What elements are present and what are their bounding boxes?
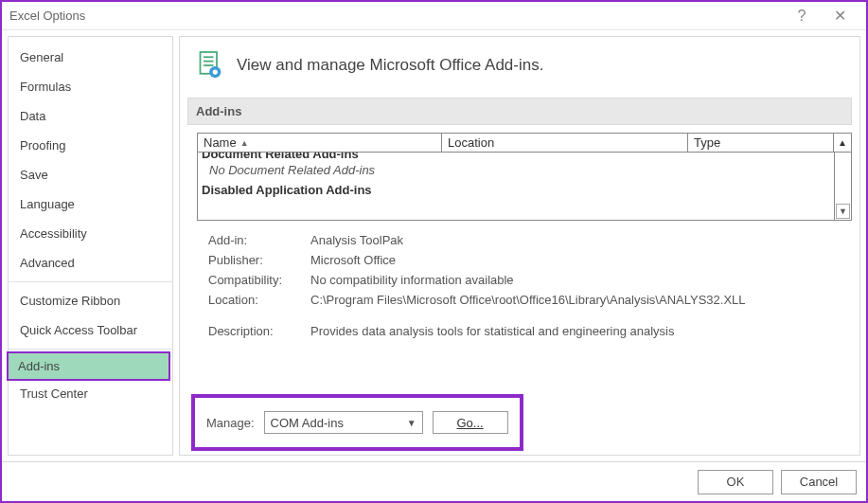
svg-point-5 bbox=[213, 69, 218, 74]
detail-value-compatibility: No compatibility information available bbox=[310, 273, 842, 287]
cancel-button[interactable]: Cancel bbox=[781, 470, 857, 494]
go-button[interactable]: Go... bbox=[433, 411, 508, 434]
detail-label: Description: bbox=[208, 324, 310, 338]
window-title: Excel Options bbox=[9, 9, 783, 23]
column-header-label: Location bbox=[448, 135, 494, 150]
detail-row-compatibility: Compatibility: No compatibility informat… bbox=[208, 270, 842, 290]
scroll-down-button[interactable]: ▼ bbox=[836, 204, 850, 219]
category-sidebar: General Formulas Data Proofing Save Lang… bbox=[8, 36, 173, 456]
go-button-label: Go... bbox=[457, 416, 484, 430]
detail-row-description: Description: Provides data analysis tool… bbox=[208, 321, 842, 341]
scroll-up-button[interactable]: ▲ bbox=[834, 134, 851, 152]
dialog-footer: OK Cancel bbox=[2, 461, 866, 501]
detail-value-location: C:\Program Files\Microsoft Office\root\O… bbox=[310, 293, 842, 307]
sidebar-item-formulas[interactable]: Formulas bbox=[9, 72, 172, 101]
column-header-location[interactable]: Location bbox=[442, 134, 688, 152]
detail-value-addin: Analysis ToolPak bbox=[310, 233, 842, 247]
detail-label: Compatibility: bbox=[208, 273, 310, 287]
addins-list[interactable]: Document Related Add-ins No Document Rel… bbox=[197, 153, 852, 221]
dialog-body: General Formulas Data Proofing Save Lang… bbox=[2, 30, 866, 461]
addins-page-icon bbox=[197, 50, 223, 81]
sidebar-item-trust-center[interactable]: Trust Center bbox=[9, 379, 172, 408]
detail-row-location: Location: C:\Program Files\Microsoft Off… bbox=[208, 290, 842, 310]
sidebar-item-label: Quick Access Toolbar bbox=[20, 323, 137, 337]
detail-label: Add-in: bbox=[208, 233, 310, 247]
sidebar-item-label: Advanced bbox=[20, 256, 75, 270]
page-header: View and manage Microsoft Office Add-ins… bbox=[180, 37, 859, 98]
sidebar-item-label: Data bbox=[20, 109, 45, 123]
scrollbar-thumb[interactable] bbox=[835, 153, 851, 203]
sidebar-item-data[interactable]: Data bbox=[9, 101, 172, 131]
detail-label: Location: bbox=[208, 293, 310, 307]
sidebar-item-label: General bbox=[20, 50, 63, 64]
vertical-scrollbar[interactable]: ▼ bbox=[834, 153, 851, 220]
sidebar-divider bbox=[9, 281, 172, 282]
manage-label: Manage: bbox=[206, 416, 255, 430]
column-header-name[interactable]: Name ▲ bbox=[198, 134, 442, 152]
sidebar-item-add-ins[interactable]: Add-ins bbox=[7, 351, 170, 381]
list-group-document-related: Document Related Add-ins bbox=[200, 153, 834, 161]
manage-addins-row: Manage: COM Add-ins ▼ Go... bbox=[191, 394, 523, 451]
list-group-disabled: Disabled Application Add-ins bbox=[200, 179, 834, 197]
sidebar-item-label: Customize Ribbon bbox=[20, 294, 120, 308]
sidebar-item-quick-access-toolbar[interactable]: Quick Access Toolbar bbox=[9, 315, 172, 345]
sidebar-item-label: Proofing bbox=[20, 138, 65, 153]
ok-button[interactable]: OK bbox=[698, 470, 773, 494]
sidebar-item-label: Accessibility bbox=[20, 226, 87, 241]
button-label: Cancel bbox=[800, 475, 838, 489]
detail-row-publisher: Publisher: Microsoft Office bbox=[208, 250, 842, 270]
sidebar-divider bbox=[9, 349, 172, 350]
main-panel: View and manage Microsoft Office Add-ins… bbox=[179, 36, 860, 456]
column-header-label: Type bbox=[694, 135, 720, 150]
titlebar: Excel Options ? ✕ bbox=[2, 2, 866, 30]
sidebar-item-general[interactable]: General bbox=[9, 43, 172, 72]
manage-combobox[interactable]: COM Add-ins ▼ bbox=[264, 411, 423, 434]
button-label: OK bbox=[727, 475, 745, 489]
sidebar-item-label: Formulas bbox=[20, 80, 71, 94]
section-addins: Add-ins bbox=[187, 98, 852, 125]
list-empty-message: No Document Related Add-ins bbox=[200, 161, 834, 179]
close-button[interactable]: ✕ bbox=[821, 3, 859, 29]
help-icon: ? bbox=[798, 8, 806, 25]
addins-table: Name ▲ Location Type ▲ Document Related … bbox=[197, 133, 852, 221]
sidebar-item-language[interactable]: Language bbox=[9, 189, 172, 219]
sidebar-item-label: Add-ins bbox=[18, 359, 60, 373]
table-header: Name ▲ Location Type ▲ bbox=[197, 133, 852, 153]
sidebar-item-label: Language bbox=[20, 197, 75, 211]
addin-details: Add-in: Analysis ToolPak Publisher: Micr… bbox=[208, 230, 842, 341]
help-button[interactable]: ? bbox=[783, 3, 821, 29]
sidebar-item-label: Trust Center bbox=[20, 386, 88, 401]
sidebar-item-accessibility[interactable]: Accessibility bbox=[9, 219, 172, 248]
sidebar-item-save[interactable]: Save bbox=[9, 160, 172, 189]
sort-asc-icon: ▲ bbox=[240, 138, 249, 148]
detail-value-publisher: Microsoft Office bbox=[310, 253, 842, 267]
detail-label: Publisher: bbox=[208, 253, 310, 267]
chevron-down-icon: ▼ bbox=[407, 418, 416, 428]
sidebar-item-customize-ribbon[interactable]: Customize Ribbon bbox=[9, 286, 172, 315]
sidebar-item-label: Save bbox=[20, 168, 48, 182]
column-header-label: Name bbox=[204, 135, 237, 150]
sidebar-item-proofing[interactable]: Proofing bbox=[9, 131, 172, 160]
column-header-type[interactable]: Type bbox=[688, 134, 834, 152]
detail-value-description: Provides data analysis tools for statist… bbox=[310, 324, 842, 338]
page-heading: View and manage Microsoft Office Add-ins… bbox=[237, 56, 543, 75]
close-icon: ✕ bbox=[834, 7, 846, 25]
sidebar-item-advanced[interactable]: Advanced bbox=[9, 248, 172, 278]
detail-row-addin: Add-in: Analysis ToolPak bbox=[208, 230, 842, 250]
manage-selected-value: COM Add-ins bbox=[271, 416, 344, 430]
